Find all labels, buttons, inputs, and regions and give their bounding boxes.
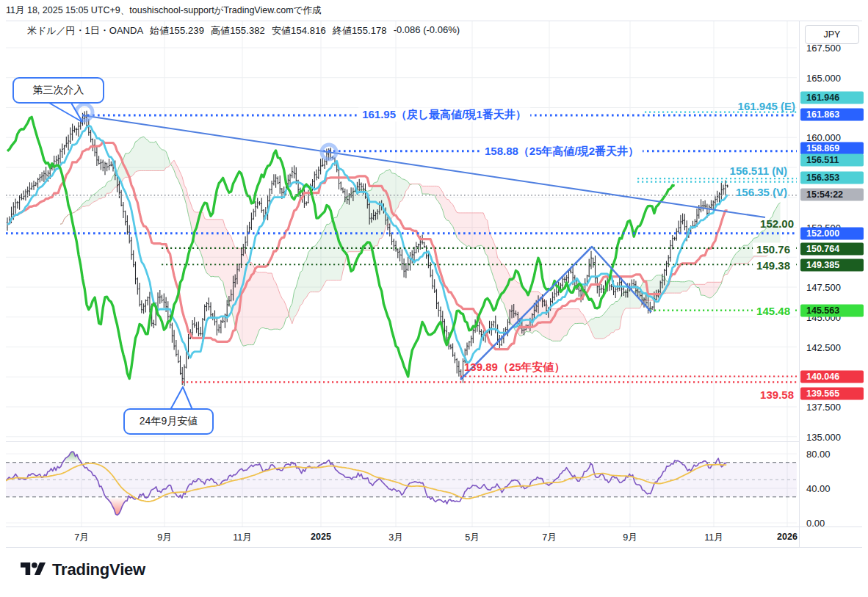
symbol-title: 米ドル／円・1日・OANDA: [27, 24, 143, 37]
price-label-chip: 149.385: [800, 259, 864, 272]
ohlc-low: 安値154.816: [272, 24, 326, 37]
price-tick[interactable]: 147.500: [806, 282, 841, 293]
rsi-tick[interactable]: 40.00: [806, 483, 831, 494]
price-tick[interactable]: 160.000: [806, 132, 841, 143]
time-tick[interactable]: 9月: [623, 532, 637, 544]
price-tick[interactable]: 142.500: [806, 342, 841, 353]
price-label-chip: 156.353: [800, 172, 864, 184]
currency-unit-button[interactable]: JPY: [805, 25, 859, 44]
price-label-chip: 152.000: [800, 228, 864, 240]
level-label: 156.35 (V): [736, 186, 787, 198]
price-label-chip: 140.046: [800, 371, 864, 383]
time-tick[interactable]: 2026: [777, 532, 798, 542]
time-tick[interactable]: 7月: [542, 532, 556, 544]
time-tick[interactable]: 11月: [233, 532, 251, 544]
level-label: 139.58: [760, 388, 794, 401]
time-tick[interactable]: 9月: [157, 532, 171, 544]
price-tick[interactable]: 165.000: [806, 73, 841, 84]
level-label: 149.38: [753, 259, 794, 272]
time-tick[interactable]: 11月: [704, 532, 723, 544]
level-label: 152.00: [760, 217, 794, 230]
price-label-chip: 145.563: [800, 305, 864, 317]
price-label-chip: 150.764: [800, 243, 864, 256]
time-tick[interactable]: 7月: [74, 532, 88, 544]
time-axis-separator: [6, 527, 862, 527]
price-tick[interactable]: 137.500: [806, 402, 841, 413]
rsi-tick[interactable]: 80.00: [806, 449, 831, 460]
pane-divider[interactable]: [6, 441, 799, 442]
price-label-chip: 161.863: [800, 109, 864, 121]
chart-canvas[interactable]: [0, 0, 868, 597]
level-label: 158.88（25年高値/現2番天井）: [481, 145, 643, 159]
time-tick[interactable]: 3月: [388, 532, 402, 544]
attribution-text: 11月 18, 2025 15:05 UTC+9、toushischool-su…: [6, 4, 321, 17]
symbol-legend: 米ドル／円・1日・OANDA 始値155.239 高値155.382 安値154…: [27, 24, 460, 37]
countdown-chip: 15:54:22: [800, 189, 864, 201]
tradingview-logo[interactable]: TradingView: [21, 560, 145, 579]
chart-bottom-border: [6, 547, 862, 548]
price-label-chip: 158.869: [800, 142, 864, 155]
rsi-tick[interactable]: 0.00: [806, 518, 825, 529]
level-label: 145.48: [753, 305, 794, 317]
price-tick[interactable]: 135.000: [806, 432, 841, 443]
ohlc-high: 高値155.382: [211, 24, 265, 37]
level-label: 156.511 (N): [730, 164, 787, 177]
time-tick[interactable]: 5月: [465, 532, 479, 544]
ohlc-open: 始値155.239: [150, 24, 204, 37]
time-tick[interactable]: 2025: [311, 532, 331, 542]
price-label-chip: 139.565: [800, 388, 864, 400]
ohlc-change: -0.086 (-0.06%): [394, 24, 460, 37]
level-label: 161.945 (E): [738, 100, 795, 112]
callout-sep24-low[interactable]: 24年9月安値: [123, 408, 214, 435]
ohlc-close: 終値155.178: [333, 24, 387, 37]
tradingview-logo-icon: [21, 560, 46, 579]
callout-intervention[interactable]: 第三次介入: [12, 77, 104, 104]
level-label: 150.76: [753, 243, 794, 256]
level-label: 161.95（戻し最高値/現1番天井）: [358, 108, 530, 122]
chart-top-border: [6, 21, 862, 21]
tradingview-logo-text: TradingView: [52, 560, 145, 579]
price-label-chip: 156.511: [800, 154, 864, 167]
price-axis-separator: [799, 21, 800, 547]
level-label: 139.89（25年安値）: [464, 361, 565, 375]
price-label-chip: 161.946: [800, 92, 864, 104]
